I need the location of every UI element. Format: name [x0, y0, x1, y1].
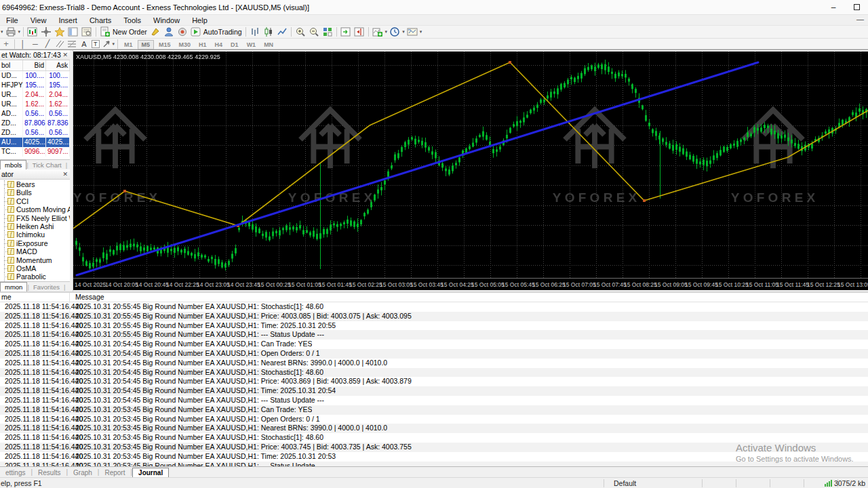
timeframe-mn[interactable]: MN	[260, 41, 277, 49]
market-watch-row[interactable]: UD...100....100....	[0, 71, 70, 81]
navigator-item-macd[interactable]: fMACD	[0, 247, 70, 256]
navigator-item-parabolic[interactable]: fParabolic	[0, 272, 70, 281]
auto-scroll-button[interactable]	[339, 26, 353, 38]
tile-windows-button[interactable]	[321, 26, 334, 38]
journal-row[interactable]: 2025.11.18 11:54:16.4402025.10.31 20:53:…	[0, 405, 868, 415]
journal-row[interactable]: 2025.11.18 11:54:16.4402025.10.31 20:53:…	[0, 424, 868, 433]
navigator-item-heiken-ashi[interactable]: fHeiken Ashi	[0, 222, 70, 230]
market-watch-row[interactable]: TC...9096...9097...	[0, 147, 70, 157]
navigator-item-cci[interactable]: fCCI	[0, 197, 70, 205]
timeframe-m15[interactable]: M15	[155, 41, 174, 49]
tester-tab-ettings[interactable]: ettings	[0, 468, 31, 477]
journal-column-message[interactable]: Message	[70, 293, 104, 302]
close-icon[interactable]: ✕	[62, 171, 68, 178]
column-header-ask[interactable]: Ask	[46, 60, 70, 70]
journal-row[interactable]: 2025.11.18 11:54:16.4402025.10.31 20:55:…	[0, 321, 868, 331]
zoom-out-button[interactable]	[307, 26, 321, 38]
zoom-in-button[interactable]	[294, 26, 307, 38]
chart-shift-button[interactable]	[353, 26, 366, 38]
new-order-button[interactable]: New Order	[98, 26, 149, 38]
journal-row[interactable]: 2025.11.18 11:54:16.4402025.10.31 20:54:…	[0, 359, 868, 368]
journal-row[interactable]: 2025.11.18 11:54:16.4402025.10.31 20:54:…	[0, 368, 868, 378]
navigator-item-ichimoku[interactable]: fIchimoku	[0, 230, 70, 239]
chart-canvas[interactable]	[73, 52, 868, 278]
market-watch-row[interactable]: ZD...87.80687.836	[0, 119, 70, 128]
menu-tools[interactable]: Tools	[117, 16, 147, 24]
minimize-button[interactable]: –	[822, 0, 845, 14]
journal-row[interactable]: 2025.11.18 11:54:16.4402025.10.31 20:54:…	[0, 377, 868, 386]
new-chart-button[interactable]	[26, 26, 39, 38]
market-watch-row[interactable]: ZD...0.56...0.56...	[0, 128, 70, 138]
print-button[interactable]	[4, 26, 18, 38]
tester-tab-report[interactable]: Report	[99, 468, 130, 477]
line-chart-button[interactable]	[275, 26, 289, 38]
close-icon[interactable]: ✕	[62, 52, 68, 58]
menu-window[interactable]: Window	[147, 16, 186, 24]
menu-charts[interactable]: Charts	[83, 16, 117, 24]
chart-time-axis[interactable]: 14 Oct 202514 Oct 20:0514 Oct 20:4514 Oc…	[73, 278, 868, 290]
indicators-button[interactable]	[371, 26, 384, 38]
channel-button[interactable]	[54, 38, 66, 49]
navigator-tab[interactable]: mmon	[0, 282, 27, 291]
market-watch-tab[interactable]: Tick Chart	[28, 161, 66, 169]
journal-column-time[interactable]: me	[0, 293, 70, 302]
journal-row[interactable]: 2025.11.18 11:54:16.4402025.10.31 20:54:…	[0, 386, 868, 396]
market-watch-row[interactable]: AU...4025....4025....	[0, 138, 70, 147]
menu-help[interactable]: Help	[186, 16, 214, 24]
vertical-line-button[interactable]: │	[17, 38, 29, 49]
navigator-item-bears[interactable]: fBears	[0, 180, 70, 188]
journal-row[interactable]: 2025.11.18 11:54:16.4402025.10.31 20:53:…	[0, 415, 868, 424]
navigator-tab[interactable]: Favorites	[29, 283, 64, 291]
data-window-button[interactable]	[80, 26, 94, 38]
journal-row[interactable]: 2025.11.18 11:54:16.4402025.10.31 20:55:…	[0, 330, 868, 340]
chevron-down-icon[interactable]: ▾	[1, 29, 3, 35]
periods-button[interactable]	[388, 26, 401, 38]
journal-row[interactable]: 2025.11.18 11:54:16.4402025.10.31 20:53:…	[0, 433, 868, 443]
column-header-symbol[interactable]: bol	[0, 60, 23, 70]
market-watch-toggle-button[interactable]	[66, 26, 80, 38]
journal-row[interactable]: 2025.11.18 11:54:16.4402025.10.31 20:53:…	[0, 443, 868, 452]
status-profile[interactable]: Default	[614, 479, 636, 487]
market-watch-tab[interactable]: mbols	[0, 160, 26, 169]
candlestick-chart-button[interactable]	[262, 26, 275, 38]
crosshair-move-button[interactable]	[39, 26, 53, 38]
styler-button[interactable]	[149, 26, 162, 38]
horizontal-line-button[interactable]: ─	[29, 38, 41, 49]
trendline-button[interactable]: ╱	[41, 38, 54, 49]
menu-insert[interactable]: Insert	[52, 16, 83, 24]
search-button[interactable]	[176, 26, 189, 38]
timeframe-m5[interactable]: M5	[138, 40, 155, 49]
timeframe-m30[interactable]: M30	[176, 41, 195, 49]
journal-row[interactable]: 2025.11.18 11:54:16.4402025.10.31 20:53:…	[0, 452, 868, 462]
timeframe-h4[interactable]: H4	[212, 41, 226, 49]
favorites-button[interactable]	[53, 26, 66, 38]
journal-row[interactable]: 2025.11.18 11:54:16.4402025.10.31 20:54:…	[0, 349, 868, 359]
timeframe-h1[interactable]: H1	[195, 41, 210, 49]
market-watch-row[interactable]: AD...0.56...0.56...	[0, 109, 70, 119]
navigator-item-bulls[interactable]: fBulls	[0, 188, 70, 197]
journal-row[interactable]: 2025.11.18 11:54:16.4402025.10.31 20:55:…	[0, 312, 868, 321]
community-button[interactable]	[162, 26, 176, 38]
timeframe-w1[interactable]: W1	[243, 41, 260, 49]
journal-row[interactable]: 2025.11.18 11:54:16.4402025.10.31 20:55:…	[0, 302, 868, 312]
child-minimize-icon[interactable]: —	[856, 15, 864, 23]
navigator-item-momentum[interactable]: fMomentum	[0, 256, 70, 264]
navigator-item-custom-moving-a[interactable]: fCustom Moving A	[0, 205, 70, 214]
chevron-down-icon[interactable]: ▾	[420, 29, 422, 35]
text-label-button[interactable]: T	[90, 38, 101, 49]
navigator-item-osma[interactable]: fOsMA	[0, 264, 70, 272]
navigator-item-fx5-neely-elliot-w[interactable]: fFX5 Neely Elliot W	[0, 214, 70, 222]
chevron-down-icon[interactable]: ▾	[402, 29, 405, 35]
text-button[interactable]: A	[78, 38, 90, 49]
journal-row[interactable]: 2025.11.18 11:54:16.4402025.10.31 20:53:…	[0, 462, 868, 466]
tester-tab-results[interactable]: Results	[33, 468, 66, 477]
cursor-crosshair-button[interactable]: +	[0, 38, 12, 49]
menu-file[interactable]: File	[0, 16, 24, 24]
tester-tab-journal[interactable]: Journal	[132, 468, 169, 477]
autotrading-button[interactable]: AutoTrading	[189, 26, 243, 38]
maximize-button[interactable]	[845, 0, 868, 14]
market-watch-row[interactable]: UR...2.04...2.04...	[0, 90, 70, 100]
timeframe-m1[interactable]: M1	[121, 41, 136, 49]
journal-row[interactable]: 2025.11.18 11:54:16.4402025.10.31 20:54:…	[0, 396, 868, 405]
navigator-item-iexposure[interactable]: fiExposure	[0, 239, 70, 247]
